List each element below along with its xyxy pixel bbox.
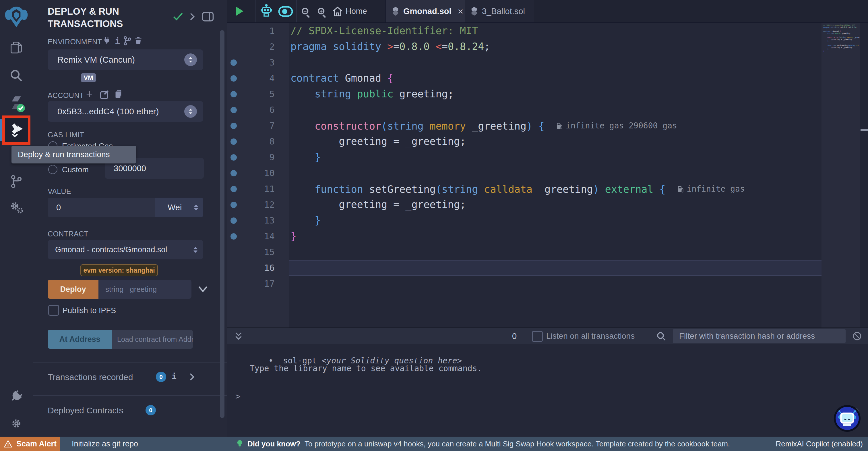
gas-estimate-annotation: infinite gas 290600 gas	[556, 118, 677, 134]
ai-robot-icon[interactable]	[259, 4, 273, 19]
select-spinner-icon	[184, 53, 197, 66]
trash-icon[interactable]	[134, 36, 143, 46]
tab-ballot[interactable]: 3_Ballot.sol	[465, 0, 534, 22]
gutter-dot-icon[interactable]	[230, 123, 237, 129]
custom-gas-radio[interactable]	[48, 165, 57, 174]
solidity-compiler-icon[interactable]	[0, 95, 33, 113]
plugin-connector-icon[interactable]	[0, 388, 33, 404]
editor-area: Home Gmonad.sol × 3_Ballot.sol 1// SPDX-…	[227, 0, 868, 436]
add-account-icon[interactable]: +	[86, 88, 92, 100]
contract-select[interactable]: Gmonad - contracts/Gmonad.sol	[48, 240, 203, 259]
plug-icon[interactable]	[102, 36, 112, 46]
pin-panel-icon[interactable]	[201, 10, 215, 23]
did-you-know-tip: Did you know? To prototype on a uniswap …	[236, 440, 730, 448]
activity-bar	[0, 0, 33, 436]
transactions-info-icon[interactable]: i	[172, 372, 177, 381]
minimap[interactable]: // SPDX-License-Identifier: MITpragma so…	[822, 23, 860, 350]
panel-chevron-right-icon[interactable]	[188, 12, 196, 21]
collapse-terminal-icon[interactable]	[234, 332, 243, 341]
gutter-dot-icon[interactable]	[230, 91, 237, 97]
code-line-10: 10	[227, 165, 859, 181]
publish-ipfs-checkbox[interactable]	[48, 305, 59, 316]
copy-account-icon[interactable]	[113, 89, 123, 99]
close-tab-icon[interactable]: ×	[458, 6, 464, 17]
warning-icon	[4, 440, 12, 448]
value-unit-select[interactable]: Wei	[155, 198, 203, 217]
gutter-dot-icon[interactable]	[230, 170, 237, 176]
environment-select[interactable]: Remix VM (Cancun)	[48, 49, 203, 70]
value-unit: Wei	[167, 203, 182, 212]
line-number: 4	[245, 71, 275, 86]
code-editor[interactable]: 1// SPDX-License-Identifier: MIT2pragma …	[227, 23, 868, 350]
gutter-dot-icon[interactable]	[230, 218, 237, 224]
line-number: 14	[245, 228, 275, 244]
terminal-output[interactable]: • sol-gpt <your Solidity question here> …	[227, 344, 868, 436]
code-line-1: 1// SPDX-License-Identifier: MIT	[227, 23, 859, 39]
gutter-dot-icon[interactable]	[230, 186, 237, 192]
at-address-button[interactable]: At Address	[48, 330, 112, 349]
gutter-dot-icon[interactable]	[230, 75, 237, 82]
code-line-13: 13 }	[227, 213, 859, 228]
tip-label: Did you know?	[247, 440, 301, 448]
settings-gear-icon[interactable]	[0, 416, 33, 431]
home-icon[interactable]	[332, 6, 343, 17]
account-select[interactable]: 0x5B3...eddC4 (100 ether)	[48, 101, 203, 122]
scrollbar-thumb[interactable]	[861, 129, 868, 131]
editor-scrollbar[interactable]	[860, 23, 868, 350]
zoom-out-icon[interactable]	[300, 6, 312, 18]
ai-copilot-button[interactable]	[833, 404, 861, 432]
fork-state-icon[interactable]	[122, 36, 133, 46]
deploy-run-icon-selected[interactable]	[2, 115, 30, 145]
line-number: 2	[245, 39, 275, 55]
deploy-button[interactable]: Deploy	[48, 280, 98, 299]
environment-label: ENVIRONMENT	[48, 38, 102, 46]
code-line-15: 15	[227, 244, 859, 260]
transactions-expand-chevron-icon[interactable]	[188, 372, 196, 382]
search-icon[interactable]	[0, 68, 33, 83]
gutter-dot-icon[interactable]	[230, 59, 237, 66]
at-address-input[interactable]	[112, 330, 193, 349]
git-icon[interactable]	[0, 174, 33, 189]
line-number: 1	[245, 23, 275, 39]
divider	[255, 0, 256, 22]
plugin-manager-icon[interactable]	[0, 199, 33, 216]
gas-estimate-annotation: infinite gas	[677, 181, 745, 197]
listen-all-label: Listen on all transactions	[546, 332, 634, 341]
status-bar: Scam Alert Initialize as git repo Did yo…	[0, 436, 868, 451]
contract-value: Gmonad - contracts/Gmonad.sol	[55, 245, 167, 254]
zoom-in-icon[interactable]	[316, 6, 328, 18]
deploy-expand-chevron-icon[interactable]	[198, 285, 208, 293]
listen-all-checkbox[interactable]	[532, 331, 543, 342]
environment-info-icon[interactable]: i	[115, 36, 120, 46]
scam-alert-button[interactable]: Scam Alert	[0, 436, 60, 451]
terminal-search-icon[interactable]	[656, 331, 666, 342]
tip-text: To prototype on a uniswap v4 hooks, you …	[305, 440, 730, 448]
line-number: 8	[245, 134, 275, 149]
terminal-prompt: >	[236, 391, 241, 401]
git-init-button[interactable]: Initialize as git repo	[72, 440, 138, 448]
edit-account-icon[interactable]	[99, 90, 110, 100]
toggle-icon[interactable]	[278, 6, 293, 17]
panel-scrollbar[interactable]	[220, 30, 224, 418]
transactions-recorded-label: Transactions recorded	[48, 372, 133, 382]
gutter-dot-icon[interactable]	[230, 233, 237, 239]
gutter-dot-icon[interactable]	[230, 107, 237, 113]
line-number: 9	[245, 149, 275, 165]
gutter-dot-icon[interactable]	[230, 154, 237, 161]
ban-icon[interactable]	[852, 331, 862, 341]
code-line-14: 14}	[227, 228, 859, 244]
gutter-dot-icon[interactable]	[230, 138, 237, 145]
run-script-play-icon[interactable]	[236, 7, 243, 16]
deploy-run-panel: DEPLOY & RUN TRANSACTIONS ENVIRONMENT i …	[33, 0, 227, 436]
code-line-8: 8 greeting = _greeting;	[227, 134, 859, 149]
lightbulb-icon	[236, 440, 243, 448]
value-input[interactable]	[48, 198, 155, 217]
tab-gmonad[interactable]: Gmonad.sol ×	[385, 0, 466, 22]
gutter-dot-icon[interactable]	[230, 202, 237, 208]
home-tab-label[interactable]: Home	[346, 7, 367, 16]
line-number: 17	[245, 276, 275, 291]
deploy-arg-input[interactable]	[98, 280, 191, 299]
transaction-filter-input[interactable]	[673, 329, 846, 343]
file-explorer-icon[interactable]	[0, 40, 33, 55]
remix-logo-icon[interactable]	[0, 4, 33, 29]
